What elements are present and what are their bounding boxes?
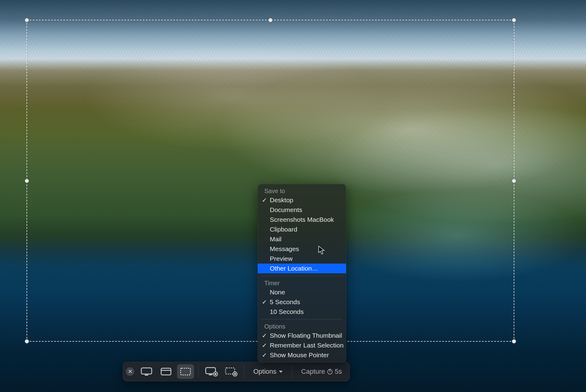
menu-item-save-desktop[interactable]: ✓ Desktop [258,195,346,205]
capture-entire-screen-button[interactable] [138,364,155,379]
display-icon [140,367,153,376]
capture-selected-window-button[interactable] [157,364,175,379]
options-button[interactable]: Options [248,364,288,379]
menu-item-label: Preview [270,255,293,262]
menu-item-timer-5s[interactable]: ✓ 5 Seconds [258,297,346,307]
svg-rect-2 [161,368,171,375]
menu-section-options: Options [258,322,346,331]
close-toolbar-button[interactable]: ✕ [126,367,134,376]
svg-rect-4 [181,368,190,375]
toolbar-separator [244,365,244,378]
selection-handle-bottom-left[interactable] [25,339,29,343]
close-icon: ✕ [128,368,132,375]
timer-icon [327,369,333,375]
menu-item-show-mouse-pointer[interactable]: ✓ Show Mouse Pointer [258,350,346,360]
checkmark-icon: ✓ [262,342,267,349]
checkmark-icon: ✓ [262,351,267,359]
svg-point-8 [215,373,216,375]
menu-section-timer: Timer [258,279,346,287]
record-selected-portion-button[interactable] [222,364,240,379]
menu-item-label: Mail [270,236,282,243]
menu-item-remember-last-selection[interactable]: ✓ Remember Last Selection [258,340,346,350]
menu-item-label: Show Mouse Pointer [270,351,329,358]
menu-item-label: Remember Last Selection [270,342,344,349]
selection-handle-bottom-right[interactable] [512,339,516,343]
menu-item-show-floating-thumbnail[interactable]: ✓ Show Floating Thumbnail [258,331,346,340]
options-menu: Save to ✓ Desktop Documents Screenshots … [258,184,346,362]
selection-handle-mid-left[interactable] [25,179,29,183]
menu-item-save-clipboard[interactable]: Clipboard [258,225,346,234]
menu-item-label: Messages [270,245,299,252]
menu-item-save-preview[interactable]: Preview [258,254,346,264]
menu-item-label: Screenshots MacBook [270,216,334,223]
svg-point-11 [234,373,236,375]
menu-item-save-messages[interactable]: Messages [258,244,346,254]
selection-rect-icon [179,367,192,376]
menu-item-save-other-location[interactable]: Other Location… [258,264,346,273]
toolbar-separator [292,365,292,378]
menu-item-save-documents[interactable]: Documents [258,205,346,215]
selection-handle-top-mid[interactable] [268,18,273,22]
svg-rect-6 [209,374,212,375]
window-icon [160,367,172,376]
menu-item-label: Other Location… [270,265,318,272]
menu-item-label: 5 Seconds [270,298,300,305]
menu-item-save-mail[interactable]: Mail [258,234,346,244]
menu-item-label: Documents [270,206,302,213]
menu-separator [261,276,342,276]
capture-button[interactable]: Capture 5s [296,364,347,379]
checkmark-icon: ✓ [262,332,267,339]
capture-label: Capture [301,368,325,376]
svg-rect-1 [145,375,148,376]
menu-item-label: None [270,289,285,296]
chevron-down-icon [279,371,283,373]
selection-handle-mid-right[interactable] [512,179,516,183]
menu-item-timer-none[interactable]: None [258,287,346,297]
menu-item-label: Show Floating Thumbnail [270,332,342,339]
record-entire-screen-button[interactable] [203,364,220,379]
selection-record-icon [224,367,238,376]
display-record-icon [205,367,218,376]
selection-handle-top-right[interactable] [512,18,516,22]
options-label: Options [253,368,277,376]
menu-item-timer-10s[interactable]: 10 Seconds [258,307,346,317]
menu-section-save-to: Save to [258,186,346,195]
svg-rect-0 [141,368,152,374]
capture-selected-portion-button[interactable] [177,364,194,379]
toolbar-separator [198,365,199,378]
screenshot-toolbar: ✕ Options [123,362,350,381]
menu-separator [261,319,342,319]
menu-item-label: Desktop [270,196,293,203]
timer-value: 5s [335,368,342,376]
menu-item-label: 10 Seconds [270,308,304,315]
selection-handle-top-left[interactable] [25,18,29,22]
menu-item-save-screenshots-macbook[interactable]: Screenshots MacBook [258,215,346,225]
menu-item-label: Clipboard [270,226,297,233]
checkmark-icon: ✓ [262,196,267,204]
checkmark-icon: ✓ [262,298,267,306]
